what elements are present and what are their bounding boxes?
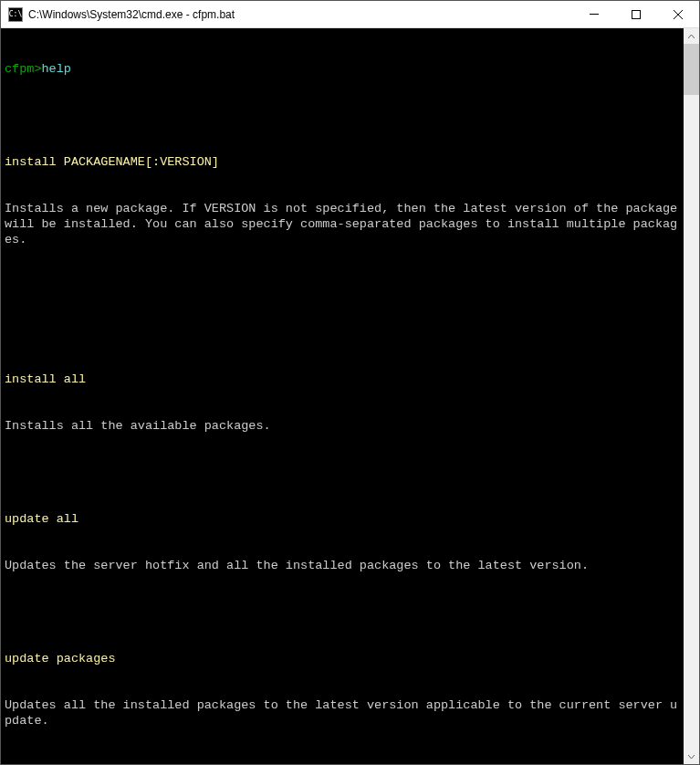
- window-controls: [573, 1, 699, 27]
- command-name: install PACKAGENAME[:VERSION]: [5, 154, 680, 170]
- scrollbar-up-arrow[interactable]: [684, 28, 699, 44]
- chevron-up-icon: [688, 35, 695, 38]
- maximize-icon: [632, 10, 641, 19]
- command-name: update packages: [5, 651, 680, 666]
- typed-command: help: [42, 62, 71, 76]
- terminal-output[interactable]: cfpm>help install PACKAGENAME[:VERSION] …: [1, 28, 684, 764]
- scrollbar-thumb[interactable]: [684, 44, 699, 95]
- vertical-scrollbar[interactable]: [684, 28, 699, 764]
- window-title: C:\Windows\System32\cmd.exe - cfpm.bat: [28, 8, 573, 21]
- command-desc: Updates the server hotfix and all the in…: [5, 558, 680, 573]
- scrollbar-track[interactable]: [684, 44, 699, 749]
- blank-line: [5, 108, 680, 123]
- command-desc: Updates all the installed packages to th…: [5, 697, 680, 728]
- minimize-button[interactable]: [573, 1, 615, 27]
- maximize-button[interactable]: [615, 1, 657, 27]
- scrollbar-down-arrow[interactable]: [684, 749, 699, 764]
- window-titlebar: C:\ C:\Windows\System32\cmd.exe - cfpm.b…: [1, 1, 699, 28]
- command-desc: Installs all the available packages.: [5, 418, 680, 434]
- blank-line: [5, 325, 680, 341]
- close-icon: [674, 10, 683, 19]
- command-name: update all: [5, 511, 680, 527]
- cmd-icon: C:\: [8, 7, 23, 22]
- blank-line: [5, 604, 680, 620]
- close-button[interactable]: [657, 1, 699, 27]
- blank-line: [5, 760, 680, 764]
- svg-rect-0: [590, 14, 599, 15]
- svg-rect-1: [632, 10, 641, 18]
- terminal-area: cfpm>help install PACKAGENAME[:VERSION] …: [1, 28, 699, 764]
- blank-line: [5, 465, 680, 480]
- command-name: install all: [5, 372, 680, 387]
- prompt-line: cfpm>help: [5, 61, 680, 77]
- chevron-down-icon: [688, 755, 695, 759]
- prompt-text: cfpm>: [5, 62, 42, 76]
- minimize-icon: [590, 14, 599, 15]
- command-desc: Installs a new package. If VERSION is no…: [5, 201, 680, 247]
- blank-line: [5, 278, 680, 294]
